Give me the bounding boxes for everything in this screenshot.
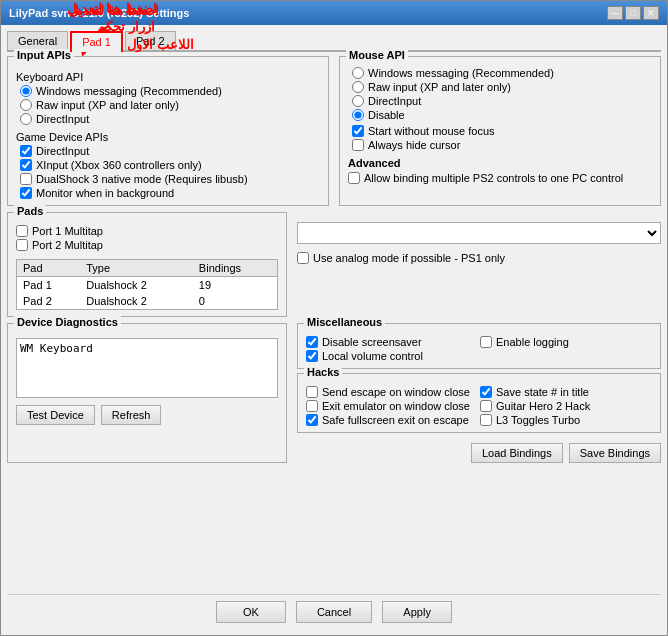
minimize-button[interactable]: —: [607, 6, 623, 20]
keyboard-api-subsection: Keyboard API Windows messaging (Recommen…: [16, 71, 320, 125]
tab-pad2[interactable]: Pad 2: [125, 31, 176, 50]
keyboard-opt-0[interactable]: Windows messaging (Recommended): [20, 85, 320, 97]
mouse-opt-2[interactable]: DirectInput: [352, 95, 652, 107]
misc-checkbox-2[interactable]: [306, 350, 318, 362]
advanced-check[interactable]: Allow binding multiple PS2 controls to o…: [348, 172, 652, 184]
game-check-1[interactable]: XInput (Xbox 360 controllers only): [20, 159, 320, 171]
game-check-0[interactable]: DirectInput: [20, 145, 320, 157]
game-check-3[interactable]: Monitor when in background: [20, 187, 320, 199]
mouse-check-0[interactable]: Start without mouse focus: [352, 125, 652, 137]
hack-checkbox-2[interactable]: [306, 400, 318, 412]
mouse-check-1[interactable]: Always hide cursor: [352, 139, 652, 151]
keyboard-radio-2[interactable]: [20, 113, 32, 125]
hack-check-0[interactable]: Send escape on window close: [306, 386, 478, 398]
mouse-radio-2[interactable]: [352, 95, 364, 107]
cancel-button[interactable]: Cancel: [296, 601, 372, 623]
hack-checkbox-1[interactable]: [480, 386, 492, 398]
close-button[interactable]: ✕: [643, 6, 659, 20]
hack-checkbox-3[interactable]: [480, 400, 492, 412]
analog-check-label[interactable]: Use analog mode if possible - PS1 only: [297, 252, 661, 264]
mouse-radio-1[interactable]: [352, 81, 364, 93]
misc-section: Miscellaneous Disable screensaver Enable…: [297, 323, 661, 369]
test-device-button[interactable]: Test Device: [16, 405, 95, 425]
mouse-label-1: Raw input (XP and later only): [368, 81, 511, 93]
pad-dropdown[interactable]: [297, 222, 661, 244]
multitap-checkbox-2[interactable]: [16, 239, 28, 251]
mouse-opt-1[interactable]: Raw input (XP and later only): [352, 81, 652, 93]
device-diagnostics-section: Device Diagnostics Test Device Refresh: [7, 323, 287, 463]
game-checkbox-2[interactable]: [20, 173, 32, 185]
hacks-checks: Send escape on window close Save state #…: [306, 386, 652, 426]
ok-button[interactable]: OK: [216, 601, 286, 623]
maximize-button[interactable]: □: [625, 6, 641, 20]
misc-check-1[interactable]: Enable logging: [480, 336, 652, 348]
game-checkbox-0[interactable]: [20, 145, 32, 157]
mouse-opt-0[interactable]: Windows messaging (Recommended): [352, 67, 652, 79]
hack-check-1[interactable]: Save state # in title: [480, 386, 652, 398]
load-bindings-button[interactable]: Load Bindings: [471, 443, 563, 463]
misc-checkbox-0[interactable]: [306, 336, 318, 348]
apply-button[interactable]: Apply: [382, 601, 452, 623]
keyboard-radio-group: Windows messaging (Recommended) Raw inpu…: [16, 85, 320, 125]
keyboard-label-0: Windows messaging (Recommended): [36, 85, 222, 97]
hack-check-4[interactable]: Safe fullscreen exit on escape: [306, 414, 478, 426]
hack-check-5[interactable]: L3 Toggles Turbo: [480, 414, 652, 426]
mouse-radio-0[interactable]: [352, 67, 364, 79]
hack-label-3: Guitar Hero 2 Hack: [496, 400, 590, 412]
advanced-checkbox[interactable]: [348, 172, 360, 184]
mouse-api-title: Mouse API: [346, 49, 408, 61]
misc-check-2[interactable]: Local volume control: [306, 350, 652, 362]
multitap-1[interactable]: Port 1 Multitap: [16, 225, 278, 237]
mouse-label-2: DirectInput: [368, 95, 421, 107]
game-device-checks: DirectInput XInput (Xbox 360 controllers…: [16, 145, 320, 199]
mouse-opt-3[interactable]: Disable: [352, 109, 652, 121]
keyboard-api-title: Keyboard API: [16, 71, 320, 83]
game-checkbox-1[interactable]: [20, 159, 32, 171]
tab-bar: General Pad 1 Pad 2 اضغط هنا لتعديل ازرا…: [7, 31, 661, 52]
hack-checkbox-5[interactable]: [480, 414, 492, 426]
window-controls: — □ ✕: [607, 6, 659, 20]
keyboard-label-1: Raw input (XP and later only): [36, 99, 179, 111]
table-row[interactable]: Pad 2 Dualshock 2 0: [17, 293, 277, 309]
refresh-button[interactable]: Refresh: [101, 405, 162, 425]
keyboard-radio-1[interactable]: [20, 99, 32, 111]
tab-general[interactable]: General: [7, 31, 68, 50]
game-device-section: Game Device APIs DirectInput XInput (Xbo…: [16, 131, 320, 199]
apis-row: Input APIs Keyboard API Windows messagin…: [7, 56, 661, 206]
pad-row2-type: Dualshock 2: [80, 293, 193, 309]
title-bar: LilyPad svn 0.11.0 (r5282) Settings — □ …: [1, 1, 667, 25]
mouse-radio-3[interactable]: [352, 109, 364, 121]
hack-check-2[interactable]: Exit emulator on window close: [306, 400, 478, 412]
hack-check-3[interactable]: Guitar Hero 2 Hack: [480, 400, 652, 412]
multitap-2[interactable]: Port 2 Multitap: [16, 239, 278, 251]
pad-row1-type: Dualshock 2: [80, 277, 193, 294]
keyboard-opt-2[interactable]: DirectInput: [20, 113, 320, 125]
hack-checkbox-4[interactable]: [306, 414, 318, 426]
game-check-label-3: Monitor when in background: [36, 187, 174, 199]
game-check-2[interactable]: DualShock 3 native mode (Requires libusb…: [20, 173, 320, 185]
analog-checkbox[interactable]: [297, 252, 309, 264]
save-bindings-button[interactable]: Save Bindings: [569, 443, 661, 463]
bindings-buttons: Load Bindings Save Bindings: [297, 443, 661, 463]
multitap-checkbox-1[interactable]: [16, 225, 28, 237]
table-row[interactable]: Pad 1 Dualshock 2 19: [17, 277, 277, 294]
misc-label-1: Enable logging: [496, 336, 569, 348]
tab-pad1[interactable]: Pad 1: [70, 31, 123, 52]
misc-check-0[interactable]: Disable screensaver: [306, 336, 478, 348]
advanced-title: Advanced: [348, 157, 652, 169]
keyboard-radio-0[interactable]: [20, 85, 32, 97]
game-check-label-1: XInput (Xbox 360 controllers only): [36, 159, 202, 171]
hack-checkbox-0[interactable]: [306, 386, 318, 398]
misc-checkbox-1[interactable]: [480, 336, 492, 348]
misc-title: Miscellaneous: [304, 316, 385, 328]
mouse-checkbox-1[interactable]: [352, 139, 364, 151]
multitap-label-1: Port 1 Multitap: [32, 225, 103, 237]
keyboard-opt-1[interactable]: Raw input (XP and later only): [20, 99, 320, 111]
mouse-check-label-1: Always hide cursor: [368, 139, 460, 151]
game-checkbox-3[interactable]: [20, 187, 32, 199]
hack-label-0: Send escape on window close: [322, 386, 470, 398]
device-diag-title: Device Diagnostics: [14, 316, 121, 328]
pad-row2-pad: Pad 2: [17, 293, 80, 309]
mouse-checkbox-0[interactable]: [352, 125, 364, 137]
col-pad: Pad: [17, 260, 80, 277]
